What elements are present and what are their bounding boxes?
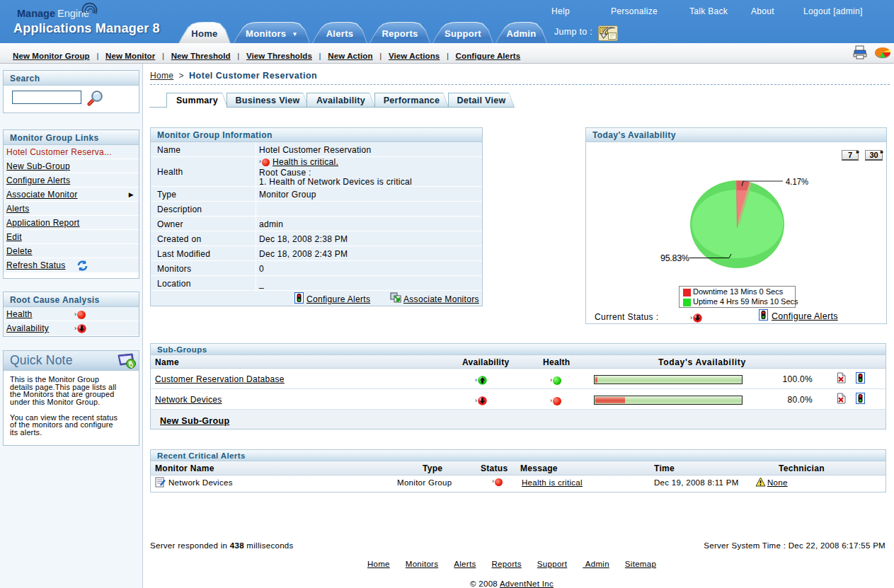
svg-text:Q: Q bbox=[129, 362, 133, 368]
svg-text:4.17%: 4.17% bbox=[786, 176, 808, 187]
